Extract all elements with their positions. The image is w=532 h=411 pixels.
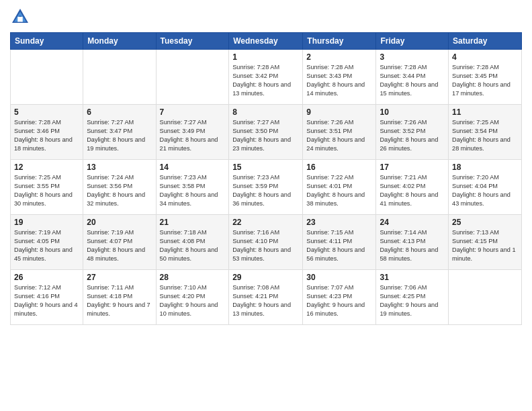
day-info: Sunrise: 7:25 AM Sunset: 3:55 PM Dayligh… [14,173,79,208]
day-number: 10 [380,107,445,117]
day-info: Sunrise: 7:25 AM Sunset: 3:54 PM Dayligh… [452,118,518,153]
day-cell: 15Sunrise: 7:23 AM Sunset: 3:59 PM Dayli… [229,160,303,215]
day-number: 17 [380,163,445,172]
day-info: Sunrise: 7:13 AM Sunset: 4:15 PM Dayligh… [452,228,518,263]
day-info: Sunrise: 7:07 AM Sunset: 4:23 PM Dayligh… [306,283,372,318]
page: SundayMondayTuesdayWednesdayThursdayFrid… [0,0,532,411]
day-info: Sunrise: 7:18 AM Sunset: 4:08 PM Dayligh… [160,228,226,263]
day-number: 16 [306,163,372,172]
day-number: 18 [452,163,518,172]
day-number: 2 [306,52,372,62]
col-header-sunday: Sunday [11,33,83,50]
day-info: Sunrise: 7:27 AM Sunset: 3:50 PM Dayligh… [232,118,299,153]
day-cell [156,50,229,105]
calendar: SundayMondayTuesdayWednesdayThursdayFrid… [10,32,522,325]
day-info: Sunrise: 7:06 AM Sunset: 4:25 PM Dayligh… [380,283,445,318]
day-number: 27 [87,273,152,282]
day-cell: 22Sunrise: 7:16 AM Sunset: 4:10 PM Dayli… [229,215,303,270]
day-info: Sunrise: 7:28 AM Sunset: 3:43 PM Dayligh… [306,63,372,98]
col-header-tuesday: Tuesday [156,33,229,50]
day-number: 1 [232,52,299,62]
day-number: 6 [87,107,152,117]
day-cell: 28Sunrise: 7:10 AM Sunset: 4:20 PM Dayli… [156,270,229,325]
day-info: Sunrise: 7:23 AM Sunset: 3:59 PM Dayligh… [232,173,299,208]
week-row-4: 26Sunrise: 7:12 AM Sunset: 4:16 PM Dayli… [11,270,522,325]
calendar-header-row: SundayMondayTuesdayWednesdayThursdayFrid… [11,33,522,50]
day-number: 22 [232,218,299,227]
day-cell: 20Sunrise: 7:19 AM Sunset: 4:07 PM Dayli… [83,215,156,270]
day-number: 31 [380,273,445,282]
day-cell: 21Sunrise: 7:18 AM Sunset: 4:08 PM Dayli… [156,215,229,270]
day-cell: 31Sunrise: 7:06 AM Sunset: 4:25 PM Dayli… [376,270,449,325]
day-cell [449,270,522,325]
day-number: 23 [306,218,372,227]
day-info: Sunrise: 7:26 AM Sunset: 3:51 PM Dayligh… [306,118,372,153]
day-number: 3 [380,52,445,62]
day-info: Sunrise: 7:24 AM Sunset: 3:56 PM Dayligh… [87,173,152,208]
day-info: Sunrise: 7:26 AM Sunset: 3:52 PM Dayligh… [380,118,445,153]
day-info: Sunrise: 7:28 AM Sunset: 3:44 PM Dayligh… [380,63,445,98]
day-cell: 24Sunrise: 7:14 AM Sunset: 4:13 PM Dayli… [376,215,449,270]
col-header-wednesday: Wednesday [229,33,303,50]
day-number: 5 [14,107,79,117]
day-number: 28 [160,273,226,282]
day-number: 26 [14,273,79,282]
day-info: Sunrise: 7:14 AM Sunset: 4:13 PM Dayligh… [380,228,445,263]
day-cell: 8Sunrise: 7:27 AM Sunset: 3:50 PM Daylig… [229,105,303,160]
day-number: 7 [160,107,226,117]
day-cell: 16Sunrise: 7:22 AM Sunset: 4:01 PM Dayli… [303,160,376,215]
day-cell: 6Sunrise: 7:27 AM Sunset: 3:47 PM Daylig… [83,105,156,160]
day-number: 21 [160,218,226,227]
day-info: Sunrise: 7:28 AM Sunset: 3:46 PM Dayligh… [14,118,79,153]
day-cell: 25Sunrise: 7:13 AM Sunset: 4:15 PM Dayli… [449,215,522,270]
day-cell: 12Sunrise: 7:25 AM Sunset: 3:55 PM Dayli… [11,160,83,215]
svg-rect-2 [17,17,23,22]
day-number: 15 [232,163,299,172]
week-row-3: 19Sunrise: 7:19 AM Sunset: 4:05 PM Dayli… [11,215,522,270]
day-number: 13 [87,163,152,172]
day-number: 25 [452,218,518,227]
day-info: Sunrise: 7:20 AM Sunset: 4:04 PM Dayligh… [452,173,518,208]
day-cell: 7Sunrise: 7:27 AM Sunset: 3:49 PM Daylig… [156,105,229,160]
day-info: Sunrise: 7:22 AM Sunset: 4:01 PM Dayligh… [306,173,372,208]
day-cell: 17Sunrise: 7:21 AM Sunset: 4:02 PM Dayli… [376,160,449,215]
day-number: 8 [232,107,299,117]
week-row-1: 5Sunrise: 7:28 AM Sunset: 3:46 PM Daylig… [11,105,522,160]
day-number: 11 [452,107,518,117]
day-info: Sunrise: 7:28 AM Sunset: 3:42 PM Dayligh… [232,63,299,98]
day-info: Sunrise: 7:23 AM Sunset: 3:58 PM Dayligh… [160,173,226,208]
day-number: 14 [160,163,226,172]
day-info: Sunrise: 7:16 AM Sunset: 4:10 PM Dayligh… [232,228,299,263]
col-header-friday: Friday [376,33,449,50]
week-row-0: 1Sunrise: 7:28 AM Sunset: 3:42 PM Daylig… [11,50,522,105]
day-cell: 13Sunrise: 7:24 AM Sunset: 3:56 PM Dayli… [83,160,156,215]
day-number: 4 [452,52,518,62]
day-info: Sunrise: 7:10 AM Sunset: 4:20 PM Dayligh… [160,283,226,318]
day-cell: 29Sunrise: 7:08 AM Sunset: 4:21 PM Dayli… [229,270,303,325]
day-number: 19 [14,218,79,227]
day-cell: 19Sunrise: 7:19 AM Sunset: 4:05 PM Dayli… [11,215,83,270]
day-info: Sunrise: 7:19 AM Sunset: 4:05 PM Dayligh… [14,228,79,263]
day-info: Sunrise: 7:19 AM Sunset: 4:07 PM Dayligh… [87,228,152,263]
day-cell [11,50,83,105]
day-cell [83,50,156,105]
day-cell: 26Sunrise: 7:12 AM Sunset: 4:16 PM Dayli… [11,270,83,325]
day-cell: 4Sunrise: 7:28 AM Sunset: 3:45 PM Daylig… [449,50,522,105]
day-cell: 2Sunrise: 7:28 AM Sunset: 3:43 PM Daylig… [303,50,376,105]
day-info: Sunrise: 7:08 AM Sunset: 4:21 PM Dayligh… [232,283,299,318]
day-number: 24 [380,218,445,227]
col-header-monday: Monday [83,33,156,50]
day-info: Sunrise: 7:15 AM Sunset: 4:11 PM Dayligh… [306,228,372,263]
day-cell: 11Sunrise: 7:25 AM Sunset: 3:54 PM Dayli… [449,105,522,160]
day-number: 30 [306,273,372,282]
day-cell: 9Sunrise: 7:26 AM Sunset: 3:51 PM Daylig… [303,105,376,160]
col-header-thursday: Thursday [303,33,376,50]
day-cell: 14Sunrise: 7:23 AM Sunset: 3:58 PM Dayli… [156,160,229,215]
day-info: Sunrise: 7:12 AM Sunset: 4:16 PM Dayligh… [14,283,79,318]
day-info: Sunrise: 7:21 AM Sunset: 4:02 PM Dayligh… [380,173,445,208]
header [10,7,522,27]
day-number: 9 [306,107,372,117]
day-cell: 27Sunrise: 7:11 AM Sunset: 4:18 PM Dayli… [83,270,156,325]
day-info: Sunrise: 7:11 AM Sunset: 4:18 PM Dayligh… [87,283,152,318]
col-header-saturday: Saturday [449,33,522,50]
